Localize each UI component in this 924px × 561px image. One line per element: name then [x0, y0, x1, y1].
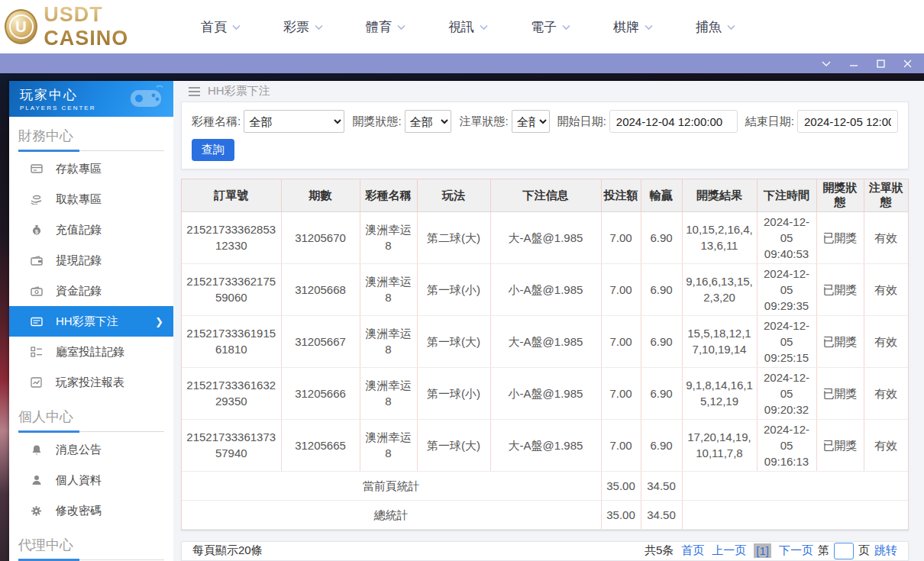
per-page-label: 每頁顯示20條	[192, 543, 263, 558]
app-window: 玩家中心 PLAYERS CENTER 財務中心存款專區取款專區$充值記錄提現記…	[9, 81, 924, 561]
cell-開獎狀態: 已開獎	[816, 315, 864, 367]
sidebar-item-提現記錄[interactable]: 提現記錄	[9, 245, 173, 276]
column-header-投注額: 投注額	[601, 179, 641, 211]
section-divider	[18, 430, 164, 433]
column-header-輸贏: 輸贏	[641, 179, 682, 211]
order-status-select[interactable]: 全部	[512, 110, 550, 133]
table-row: 215217333621755906031205668澳洲幸运8第一球(小)小-…	[182, 263, 908, 315]
prev-page-link[interactable]: 上一页	[712, 543, 746, 558]
minimize-icon[interactable]	[849, 60, 858, 67]
cell-輸贏: 6.90	[641, 419, 682, 471]
sidebar-item-廳室投註記錄[interactable]: 廳室投註記錄	[9, 337, 173, 367]
total-count-label: 共5条	[645, 543, 674, 558]
main-content: HH彩票下注 彩種名稱: 全部 開獎狀態: 全部 注單狀態: 全部	[173, 81, 924, 561]
sidebar-item-修改密碼[interactable]: 修改密碼	[9, 495, 173, 526]
nav-item-label: 電子	[531, 18, 557, 36]
cell-玩法: 第一球(大)	[417, 419, 490, 471]
sidebar-item-label: 存款專區	[56, 162, 102, 176]
cell-玩法: 第一球(小)	[417, 263, 490, 315]
cell-投注額: 7.00	[601, 315, 641, 367]
page-suffix-label: 页	[858, 543, 870, 558]
cell-投注額: 7.00	[601, 263, 641, 315]
sidebar-item-HH彩票下注[interactable]: HH彩票下注❯	[9, 306, 173, 337]
column-header-訂單號: 訂單號	[182, 179, 281, 211]
summary-winloss-total: 34.50	[641, 471, 682, 500]
cell-下注時間: 2024-12-05 09:29:35	[757, 263, 816, 315]
nav-item-電子[interactable]: 電子	[531, 18, 570, 36]
order-status-label: 注單狀態:	[459, 114, 508, 129]
chevron-down-icon	[727, 24, 735, 30]
nav-menu: 首頁彩票體育視訊電子棋牌捕魚	[201, 18, 735, 36]
sidebar-item-充值記錄[interactable]: $充值記錄	[9, 214, 173, 245]
nav-item-彩票[interactable]: 彩票	[283, 18, 323, 36]
cell-開獎結果: 17,20,14,19,10,11,7,8	[682, 419, 757, 471]
search-button[interactable]: 查詢	[192, 139, 234, 161]
cell-注單狀態: 有效	[864, 211, 908, 263]
cell-開獎結果: 15,5,18,12,17,10,19,14	[682, 315, 757, 367]
sidebar-item-取款專區[interactable]: 取款專區	[9, 184, 173, 214]
end-date-input[interactable]	[797, 110, 898, 133]
cell-下注時間: 2024-12-05 09:40:53	[757, 211, 816, 263]
window-dropdown-icon[interactable]	[822, 60, 831, 66]
sidebar-item-label: 消息公告	[56, 443, 102, 457]
start-date-input[interactable]	[609, 110, 738, 133]
sidebar-item-玩家投注報表[interactable]: 玩家投注報表	[9, 367, 173, 398]
cell-開獎結果: 9,1,8,14,16,15,12,19	[682, 367, 757, 419]
sidebar-item-消息公告[interactable]: 消息公告	[9, 434, 173, 465]
cell-開獎狀態: 已開獎	[816, 263, 864, 315]
cell-彩種名稱: 澳洲幸运8	[360, 315, 417, 367]
cell-期數: 31205666	[281, 367, 360, 419]
bets-table-card: 訂單號期數彩種名稱玩法下注信息投注額輸贏開獎結果下注時間開獎狀態注單狀態 215…	[181, 179, 909, 530]
cell-輸贏: 6.90	[641, 263, 682, 315]
maximize-icon[interactable]	[877, 60, 885, 68]
filter-panel: 彩種名稱: 全部 開獎狀態: 全部 注單狀態: 全部 開始日期: 結束日期:	[181, 102, 909, 169]
lottery-name-select[interactable]: 全部	[244, 110, 344, 133]
close-icon[interactable]	[903, 60, 912, 68]
nav-item-棋牌[interactable]: 棋牌	[613, 18, 653, 36]
column-header-開獎狀態: 開獎狀態	[816, 179, 864, 211]
background-photo: 玩家中心 PLAYERS CENTER 財務中心存款專區取款專區$充值記錄提現記…	[0, 73, 924, 561]
nav-item-視訊[interactable]: 視訊	[448, 18, 488, 36]
nav-item-label: 棋牌	[613, 18, 639, 36]
logo-badge: U	[9, 15, 34, 39]
nav-item-捕魚[interactable]: 捕魚	[696, 18, 735, 36]
cell-下注信息: 小-A盤@1.985	[490, 263, 601, 315]
sidebar-item-個人資料[interactable]: 個人資料	[9, 465, 173, 495]
report-icon	[30, 377, 43, 388]
logo[interactable]: U USDT CASINO	[5, 3, 184, 50]
next-page-link[interactable]: 下一页	[779, 543, 813, 558]
cell-下注信息: 大-A盤@1.985	[490, 419, 601, 471]
cell-期數: 31205670	[281, 211, 360, 263]
hall-icon	[30, 347, 43, 357]
nav-item-體育[interactable]: 體育	[366, 18, 405, 36]
summary-winloss-total: 34.50	[641, 500, 682, 529]
page-prefix-label: 第	[818, 543, 829, 558]
table-footer: 每頁顯示20條 共5条 首页 上一页 [1] 下一页 第 页 跳转	[181, 541, 909, 561]
cell-開獎狀態: 已開獎	[816, 367, 864, 419]
draw-status-select[interactable]: 全部	[405, 110, 452, 133]
sidebar-item-存款專區[interactable]: 存款專區	[9, 153, 173, 184]
first-page-link[interactable]: 首页	[681, 543, 704, 558]
page-number-input[interactable]	[834, 543, 854, 559]
gamepad-icon	[126, 84, 166, 114]
summary-empty	[682, 471, 908, 500]
nav-item-label: 視訊	[448, 18, 474, 36]
chevron-down-icon	[232, 24, 241, 30]
nav-item-首頁[interactable]: 首頁	[201, 18, 241, 36]
page-header: HH彩票下注	[181, 81, 924, 102]
column-header-玩法: 玩法	[417, 179, 490, 211]
current-page-indicator: [1]	[754, 543, 771, 558]
jump-link[interactable]: 跳转	[874, 543, 897, 558]
lottery-icon	[30, 317, 43, 327]
sidebar-item-label: 提現記錄	[56, 253, 102, 268]
page-summary-row: 當前頁統計35.0034.50	[182, 471, 908, 500]
nav-item-label: 體育	[366, 18, 392, 36]
cell-玩法: 第二球(大)	[417, 211, 490, 263]
sidebar-item-資金記錄[interactable]: 資金記錄	[9, 276, 173, 306]
cell-訂單號: 2152173336137357940	[182, 419, 281, 471]
summary-label: 當前頁統計	[182, 471, 601, 500]
sidebar-item-label: 取款專區	[56, 192, 102, 207]
sidebar-menu: 財務中心存款專區取款專區$充值記錄提現記錄資金記錄HH彩票下注❯廳室投註記錄玩家…	[9, 117, 173, 561]
hamburger-icon[interactable]	[189, 87, 200, 96]
column-header-下注時間: 下注時間	[757, 179, 816, 211]
